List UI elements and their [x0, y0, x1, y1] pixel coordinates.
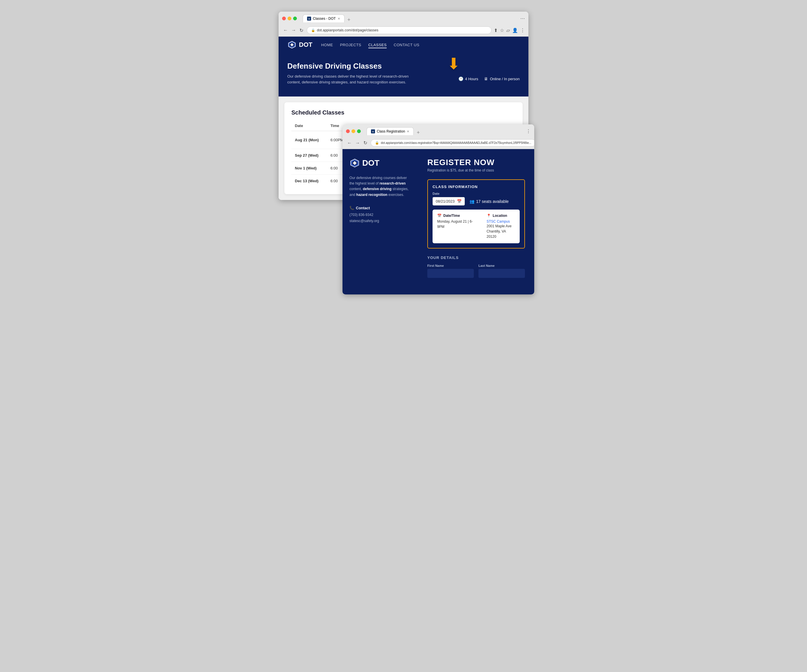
profile-icon[interactable]: 👤: [512, 28, 518, 33]
detail-card: 📅 Date/Time Monday, August 21 | 6-9PM 📍 …: [433, 210, 520, 243]
datetime-col: 📅 Date/Time Monday, August 21 | 6-9PM: [437, 214, 478, 239]
site-logo: DOT: [287, 40, 312, 50]
address-line1: 2001 Maple Ave: [487, 223, 515, 229]
first-name-label: First Name: [427, 264, 474, 268]
datetime-value: Monday, August 21 | 6-9PM: [437, 219, 478, 230]
nav-home[interactable]: HOME: [321, 43, 333, 47]
tab-label-2: Class Registration: [377, 129, 405, 133]
minimize-icon: ⋯: [520, 16, 525, 21]
date-input[interactable]: 08/21/2023 📅: [433, 197, 465, 206]
location-col: 📍 Location STSC Campus 2001 Maple Ave Ch…: [487, 214, 515, 239]
contact-label: 📞 Contact: [349, 206, 411, 210]
delivery-label: Online / In person: [490, 77, 520, 81]
browser-chrome-2: a Class Registration ✕ + ⋮ ← → ↻: [342, 125, 534, 149]
row3-date: Nov 1 (Wed): [291, 162, 327, 175]
refresh-button-2[interactable]: ↻: [362, 140, 369, 146]
site-navigation: DOT HOME PROJECTS CLASSES CONTACT US: [279, 37, 528, 53]
address-bar-2[interactable]: 🔒 dot.appianportals.com/class-registrati…: [371, 139, 534, 146]
hero-description: Our defensive driving classes deliver th…: [287, 73, 409, 85]
logo-text: DOT: [299, 41, 312, 48]
traffic-light-green[interactable]: [293, 17, 297, 20]
address-line2: Chantilly, VA 20120: [487, 229, 515, 239]
nav-links: HOME PROJECTS CLASSES CONTACT US: [321, 42, 419, 47]
browser-actions-1: ⋯: [520, 16, 525, 21]
star-icon[interactable]: ☆: [500, 28, 504, 33]
class-info-box: CLASS INFORMATION Date 08/21/2023 📅 👥 17…: [427, 179, 525, 248]
hero-badges: 🕐 4 Hours 🖥 Online / In person: [458, 77, 520, 81]
lock-icon: 🔒: [311, 28, 315, 32]
browser-chrome-1: a Classes - DOT ✕ + ⋯ ← → ↻ 🔒: [279, 12, 528, 37]
sidebar-icon[interactable]: ▱: [506, 28, 510, 33]
new-tab-button-2[interactable]: +: [414, 130, 422, 135]
url-text-2: dot.appianportals.com/class-registration…: [381, 141, 531, 145]
calendar-small-icon: 📅: [437, 214, 442, 218]
name-form-row: First Name Last Name: [427, 264, 525, 278]
refresh-button-1[interactable]: ↻: [298, 27, 304, 34]
hours-badge: 🕐 4 Hours: [458, 77, 478, 81]
registration-page: DOT Our defensive driving courses delive…: [342, 149, 534, 294]
browser-window-2: a Class Registration ✕ + ⋮ ← → ↻: [342, 125, 534, 294]
traffic-light-yellow[interactable]: [287, 17, 291, 20]
tab-label-1: Classes - DOT: [313, 17, 336, 21]
traffic-light-red-2[interactable]: [346, 129, 350, 133]
date-value: 08/21/2023: [436, 199, 455, 203]
browser-tab-1[interactable]: a Classes - DOT ✕: [303, 15, 345, 22]
contact-info: (703) 836-9342 statesc@safety.org: [349, 212, 411, 225]
contact-email: statesc@safety.org: [349, 218, 411, 225]
seats-available: 👥 17 seats available: [470, 199, 509, 204]
hours-label: 4 Hours: [465, 77, 478, 81]
row4-date: Dec 13 (Wed): [291, 175, 327, 188]
address-bar-1[interactable]: 🔒 dot.appianportals.com/dot/page/classes: [307, 27, 492, 34]
reg-logo-text: DOT: [362, 158, 379, 168]
forward-button-1[interactable]: →: [290, 27, 297, 33]
new-tab-button-1[interactable]: +: [345, 17, 353, 22]
row2-date: Sep 27 (Wed): [291, 149, 327, 162]
nav-contact[interactable]: CONTACT US: [394, 43, 419, 47]
hero-section: Defensive Driving Classes Our defensive …: [279, 53, 528, 96]
nav-classes[interactable]: CLASSES: [369, 43, 387, 48]
url-text-1: dot.appianportals.com/dot/page/classes: [317, 28, 378, 32]
forward-button-2[interactable]: →: [354, 140, 361, 146]
delivery-badge: 🖥 Online / In person: [484, 77, 520, 81]
traffic-light-yellow-2[interactable]: [352, 129, 355, 133]
last-name-group: Last Name: [478, 264, 525, 278]
location-link[interactable]: STSC Campus: [487, 220, 510, 223]
first-name-input[interactable]: [427, 269, 474, 278]
lock-icon-2: 🔒: [375, 141, 379, 145]
phone-icon: 📞: [349, 206, 354, 210]
your-details-title: YOUR DETAILS: [427, 256, 525, 260]
row1-date: Aug 21 (Mon): [291, 131, 327, 149]
calendar-icon[interactable]: 📅: [457, 199, 462, 203]
reg-logo: DOT: [349, 158, 411, 168]
menu-icon-2[interactable]: ⋮: [526, 128, 531, 134]
date-label: Date: [433, 192, 520, 195]
monitor-icon: 🖥: [484, 77, 488, 81]
contact-phone: (703) 836-9342: [349, 212, 411, 218]
last-name-label: Last Name: [478, 264, 525, 268]
last-name-input[interactable]: [478, 269, 525, 278]
scheduled-classes-title: Scheduled Classes: [291, 109, 516, 116]
hero-title: Defensive Driving Classes: [287, 62, 520, 71]
share-icon[interactable]: ⬆: [494, 28, 498, 33]
nav-projects[interactable]: PROJECTS: [340, 43, 361, 47]
browser-tab-2[interactable]: a Class Registration ✕: [367, 127, 413, 135]
back-button-1[interactable]: ←: [282, 27, 289, 33]
reg-sidebar-description: Our defensive driving courses deliver th…: [349, 175, 411, 198]
first-name-group: First Name: [427, 264, 474, 278]
datetime-heading: 📅 Date/Time: [437, 214, 478, 218]
tab-close-1[interactable]: ✕: [337, 17, 340, 21]
down-arrow: ⬇: [447, 55, 460, 73]
register-now-title: REGISTER NOW: [427, 158, 525, 167]
traffic-light-red[interactable]: [282, 17, 286, 20]
class-info-title: CLASS INFORMATION: [433, 185, 520, 189]
menu-icon[interactable]: ⋮: [520, 28, 525, 33]
back-button-2[interactable]: ←: [346, 140, 353, 146]
seats-icon: 👥: [470, 199, 474, 204]
tab-close-2[interactable]: ✕: [407, 130, 409, 133]
date-row: 08/21/2023 📅 👥 17 seats available: [433, 197, 520, 206]
traffic-light-green-2[interactable]: [357, 129, 361, 133]
tab-favicon-2: a: [371, 129, 375, 133]
your-details-section: YOUR DETAILS First Name Last Name: [427, 256, 525, 278]
contact-section: 📞 Contact (703) 836-9342 statesc@safety.…: [349, 206, 411, 225]
col-date: Date: [291, 121, 327, 131]
